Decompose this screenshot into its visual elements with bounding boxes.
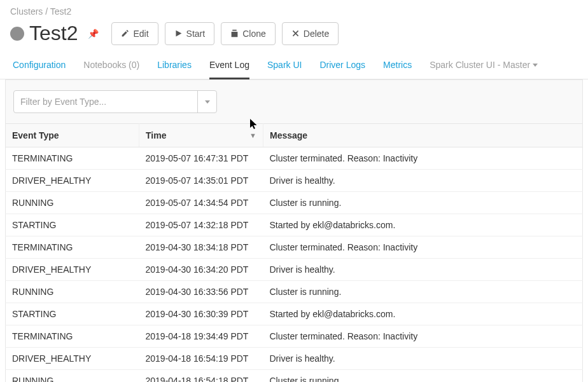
chevron-down-icon: [197, 91, 216, 113]
cell-message: Cluster terminated. Reason: Inactivity: [263, 236, 583, 259]
start-button[interactable]: Start: [165, 22, 215, 45]
events-table: Event Type Time ▼ Message TERMINATING201…: [5, 123, 583, 382]
tab-driver-logs[interactable]: Driver Logs: [319, 56, 365, 79]
header: Test2 📌 Edit Start Clone Delete: [0, 17, 588, 51]
tab-metrics[interactable]: Metrics: [383, 56, 412, 79]
cell-event-type: STARTING: [6, 303, 139, 325]
tabs: Configuration Notebooks (0) Libraries Ev…: [0, 51, 588, 79]
table-row[interactable]: RUNNING2019-04-18 16:54:18 PDTCluster is…: [6, 370, 583, 383]
cell-time: 2019-05-07 14:34:54 PDT: [139, 192, 263, 214]
cell-time: 2019-05-07 16:47:31 PDT: [139, 147, 263, 170]
table-row[interactable]: DRIVER_HEALTHY2019-04-30 16:34:20 PDTDri…: [6, 259, 583, 281]
content: Filter by Event Type... Event Type Time …: [0, 79, 588, 382]
pin-icon[interactable]: 📌: [88, 29, 99, 39]
tab-spark-cluster-ui-label: Spark Cluster UI - Master: [430, 60, 530, 70]
cell-event-type: DRIVER_HEALTHY: [6, 259, 139, 281]
filter-bar: Filter by Event Type...: [5, 79, 583, 123]
table-row[interactable]: DRIVER_HEALTHY2019-04-18 16:54:19 PDTDri…: [6, 348, 583, 370]
clone-button[interactable]: Clone: [221, 22, 276, 45]
start-button-label: Start: [186, 29, 206, 38]
pencil-icon: [121, 29, 129, 38]
tab-spark-ui[interactable]: Spark UI: [267, 56, 302, 79]
cell-time: 2019-04-30 18:34:18 PDT: [139, 236, 263, 259]
table-header-row: Event Type Time ▼ Message: [6, 124, 583, 147]
breadcrumb: Clusters / Test2: [0, 0, 588, 17]
cell-event-type: TERMINATING: [6, 236, 139, 259]
clone-button-label: Clone: [242, 29, 266, 38]
breadcrumb-clusters[interactable]: Clusters: [10, 6, 43, 17]
filter-event-type-select[interactable]: Filter by Event Type...: [13, 90, 217, 113]
cell-time: 2019-05-07 14:35:01 PDT: [139, 170, 263, 192]
table-row[interactable]: STARTING2019-04-30 16:30:39 PDTStarted b…: [6, 303, 583, 325]
cell-message: Driver is healthy.: [263, 348, 583, 370]
tab-libraries[interactable]: Libraries: [157, 56, 192, 79]
edit-button-label: Edit: [133, 29, 148, 38]
cell-time: 2019-04-30 16:33:56 PDT: [139, 281, 263, 303]
cell-event-type: TERMINATING: [6, 325, 139, 348]
cell-message: Cluster terminated. Reason: Inactivity: [263, 147, 583, 170]
table-row[interactable]: DRIVER_HEALTHY2019-05-07 14:35:01 PDTDri…: [6, 170, 583, 192]
cell-event-type: TERMINATING: [6, 147, 139, 170]
delete-button-label: Delete: [304, 29, 329, 38]
cell-message: Cluster is running.: [263, 370, 583, 383]
cell-message: Cluster terminated. Reason: Inactivity: [263, 325, 583, 348]
cell-event-type: STARTING: [6, 214, 139, 236]
table-row[interactable]: RUNNING2019-05-07 14:34:54 PDTCluster is…: [6, 192, 583, 214]
tab-spark-cluster-ui[interactable]: Spark Cluster UI - Master: [430, 56, 538, 79]
delete-button[interactable]: Delete: [282, 22, 339, 45]
play-icon: [174, 29, 183, 38]
col-message[interactable]: Message: [263, 124, 583, 147]
col-time-label: Time: [146, 130, 166, 140]
tab-configuration[interactable]: Configuration: [13, 56, 66, 79]
table-row[interactable]: RUNNING2019-04-30 16:33:56 PDTCluster is…: [6, 281, 583, 303]
col-event-type[interactable]: Event Type: [6, 124, 139, 147]
cell-message: Driver is healthy.: [263, 170, 583, 192]
filter-placeholder: Filter by Event Type...: [14, 97, 197, 107]
cell-message: Started by ekl@databricks.com.: [263, 214, 583, 236]
cell-time: 2019-04-18 16:54:18 PDT: [139, 370, 263, 383]
table-row[interactable]: TERMINATING2019-04-30 18:34:18 PDTCluste…: [6, 236, 583, 259]
cell-event-type: RUNNING: [6, 281, 139, 303]
cell-time: 2019-04-30 16:30:39 PDT: [139, 303, 263, 325]
cell-message: Cluster is running.: [263, 281, 583, 303]
cell-event-type: DRIVER_HEALTHY: [6, 170, 139, 192]
cell-message: Driver is healthy.: [263, 259, 583, 281]
chevron-down-icon: [533, 64, 538, 67]
status-dot-icon: [10, 27, 24, 41]
edit-button[interactable]: Edit: [111, 22, 158, 45]
cell-event-type: RUNNING: [6, 370, 139, 383]
cell-event-type: DRIVER_HEALTHY: [6, 348, 139, 370]
table-row[interactable]: STARTING2019-05-07 14:32:18 PDTStarted b…: [6, 214, 583, 236]
cell-time: 2019-04-18 19:34:49 PDT: [139, 325, 263, 348]
close-icon: [291, 29, 300, 38]
page-title: Test2: [29, 22, 78, 45]
clone-icon: [230, 29, 239, 38]
tab-event-log[interactable]: Event Log: [209, 56, 249, 79]
cell-time: 2019-05-07 14:32:18 PDT: [139, 214, 263, 236]
cell-time: 2019-04-18 16:54:19 PDT: [139, 348, 263, 370]
cell-time: 2019-04-30 16:34:20 PDT: [139, 259, 263, 281]
col-time[interactable]: Time ▼: [139, 124, 263, 147]
cell-event-type: RUNNING: [6, 192, 139, 214]
sort-desc-icon: ▼: [249, 132, 256, 139]
breadcrumb-sep: /: [45, 6, 50, 17]
cell-message: Cluster is running.: [263, 192, 583, 214]
cell-message: Started by ekl@databricks.com.: [263, 303, 583, 325]
breadcrumb-current: Test2: [50, 6, 71, 17]
table-row[interactable]: TERMINATING2019-05-07 16:47:31 PDTCluste…: [6, 147, 583, 170]
table-row[interactable]: TERMINATING2019-04-18 19:34:49 PDTCluste…: [6, 325, 583, 348]
tab-notebooks[interactable]: Notebooks (0): [83, 56, 139, 79]
